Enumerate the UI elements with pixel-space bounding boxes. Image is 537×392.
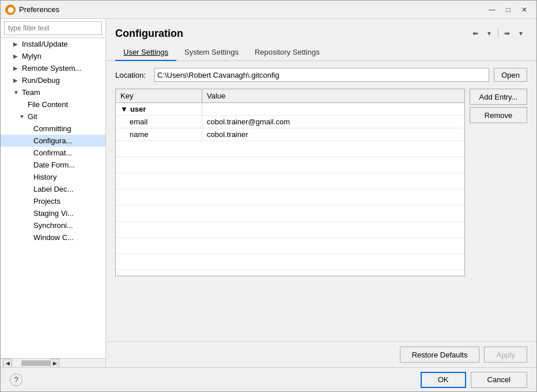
sidebar-item-label: Run/Debug (22, 76, 60, 85)
sidebar-item-label: File Content (28, 100, 68, 109)
open-button[interactable]: Open (494, 68, 527, 82)
col-value-header: Value (202, 89, 464, 102)
sidebar-item-label: Team (22, 88, 40, 97)
tab-label: User Settings (123, 48, 168, 56)
table-row-empty (116, 189, 464, 205)
ok-button[interactable]: OK (421, 372, 466, 388)
key-cell: email (116, 116, 202, 128)
config-content: Location: Open Key Value (106, 61, 536, 341)
sidebar-item-label: History (33, 173, 56, 181)
sidebar-item-label: Remote System... (22, 64, 81, 73)
sidebar-item-label: Confirmat... (33, 149, 72, 157)
sidebar-item-label: Date Form... (33, 161, 75, 169)
sidebar-item-window-c[interactable]: Window C... (1, 231, 105, 243)
sidebar-item-date-format[interactable]: Date Form... (1, 159, 105, 171)
footer: ? OK Cancel (1, 367, 536, 391)
location-label: Location: (115, 71, 150, 79)
forward-button[interactable]: ➡ (501, 27, 513, 40)
bottom-bar: Restore Defaults Apply (106, 341, 536, 367)
sidebar-item-run-debug[interactable]: ▶ Run/Debug (1, 74, 105, 86)
cancel-button[interactable]: Cancel (471, 372, 527, 388)
sidebar-item-configuration[interactable]: Configura... (1, 135, 105, 147)
sidebar-item-mylyn[interactable]: ▶ Mylyn (1, 50, 105, 62)
sidebar-item-label: Install/Update (22, 40, 68, 48)
table-row[interactable]: email cobol.trainer@gmail.com (116, 116, 464, 128)
back-button[interactable]: ⬅ (469, 27, 482, 40)
value-cell: cobol.trainer@gmail.com (202, 116, 464, 128)
sidebar-item-label: Projects (33, 197, 60, 205)
table-body: ▼ user email cob (116, 103, 464, 276)
filter-input[interactable] (4, 21, 102, 35)
sidebar-item-staging-vi[interactable]: Staging Vi... (1, 207, 105, 219)
location-row: Location: Open (115, 68, 527, 82)
scroll-right-button[interactable]: ▶ (50, 359, 59, 368)
value-text: cobol.trainer (207, 130, 248, 139)
help-button[interactable]: ? (10, 374, 22, 386)
value-cell: cobol.trainer (202, 128, 464, 140)
tabs-bar: User Settings System Settings Repository… (106, 44, 536, 61)
value-text: cobol.trainer@gmail.com (207, 117, 290, 126)
sidebar-item-confirmation[interactable]: Confirmat... (1, 147, 105, 159)
tab-label: System Settings (184, 48, 239, 56)
sidebar-item-label-dec[interactable]: Label Dec... (1, 183, 105, 195)
sidebar-item-label: Label Dec... (33, 185, 73, 193)
apply-button[interactable]: Apply (484, 347, 527, 363)
sidebar-item-committing[interactable]: Committing (1, 123, 105, 135)
sidebar-item-label: Synchroni... (33, 221, 73, 230)
panel-title: Configuration (115, 28, 183, 40)
tab-user-settings[interactable]: User Settings (115, 44, 176, 61)
sidebar-item-label: Staging Vi... (33, 209, 74, 218)
table-row-empty (116, 157, 464, 173)
location-input[interactable] (154, 68, 489, 82)
tab-repository-settings[interactable]: Repository Settings (247, 44, 328, 61)
restore-defaults-button[interactable]: Restore Defaults (400, 347, 480, 363)
scroll-left-button[interactable]: ◀ (3, 359, 12, 368)
maximize-button[interactable]: □ (501, 3, 516, 16)
collapse-icon: ▼ (120, 105, 128, 113)
sidebar-item-history[interactable]: History (1, 171, 105, 183)
tab-label: Repository Settings (255, 48, 320, 56)
sidebar: ▶ Install/Update ▶ Mylyn ▶ Remote System… (1, 19, 106, 367)
tree-area: ▶ Install/Update ▶ Mylyn ▶ Remote System… (1, 38, 105, 358)
forward-dropdown-button[interactable]: ▾ (515, 27, 527, 40)
key-cell: name (116, 128, 202, 140)
table-row[interactable]: name cobol.trainer (116, 128, 464, 141)
scrollbar-thumb[interactable] (21, 360, 50, 366)
back-dropdown-button[interactable]: ▾ (483, 27, 496, 40)
toolbar-separator (498, 29, 498, 38)
forward-icon: ➡ (504, 29, 510, 37)
key-value: email (130, 117, 148, 126)
table-row-empty (116, 173, 464, 189)
section-key-cell: ▼ user (116, 103, 202, 115)
filter-box (1, 19, 105, 38)
table-row-empty (116, 238, 464, 254)
main-content: ▶ Install/Update ▶ Mylyn ▶ Remote System… (1, 19, 536, 367)
minimize-button[interactable]: — (485, 3, 500, 16)
sidebar-item-remote-systems[interactable]: ▶ Remote System... (1, 62, 105, 74)
sidebar-item-file-content[interactable]: File Content (1, 98, 105, 111)
horizontal-scrollbar[interactable]: ◀ ▶ (1, 358, 105, 367)
sidebar-item-synchroni[interactable]: Synchroni... (1, 219, 105, 231)
back-icon: ⬅ (472, 29, 478, 37)
sidebar-item-install-update[interactable]: ▶ Install/Update (1, 38, 105, 50)
sidebar-item-label: Configura... (33, 136, 72, 145)
title-bar: ⬤ Preferences — □ ✕ (1, 1, 536, 19)
config-table: Key Value ▼ user (115, 89, 465, 276)
key-value: name (130, 130, 149, 139)
table-row[interactable]: ▼ user (116, 103, 464, 116)
sidebar-item-projects[interactable]: Projects (1, 195, 105, 207)
sidebar-item-label: Git (28, 112, 37, 121)
sidebar-item-team[interactable]: ▼ Team (1, 86, 105, 98)
table-row-empty (116, 205, 464, 222)
close-button[interactable]: ✕ (517, 3, 532, 16)
arrow-icon: ▶ (13, 41, 20, 47)
remove-button[interactable]: Remove (470, 107, 527, 123)
add-entry-button[interactable]: Add Entry... (470, 89, 527, 105)
panel-header: Configuration ⬅ ▾ ➡ ▾ (106, 19, 536, 44)
arrow-icon: ▼ (19, 113, 26, 120)
tab-system-settings[interactable]: System Settings (176, 44, 247, 61)
sidebar-item-git[interactable]: ▼ Git (1, 111, 105, 123)
app-icon: ⬤ (5, 5, 16, 15)
window-title: Preferences (19, 5, 485, 14)
arrow-icon: ▶ (13, 53, 20, 59)
